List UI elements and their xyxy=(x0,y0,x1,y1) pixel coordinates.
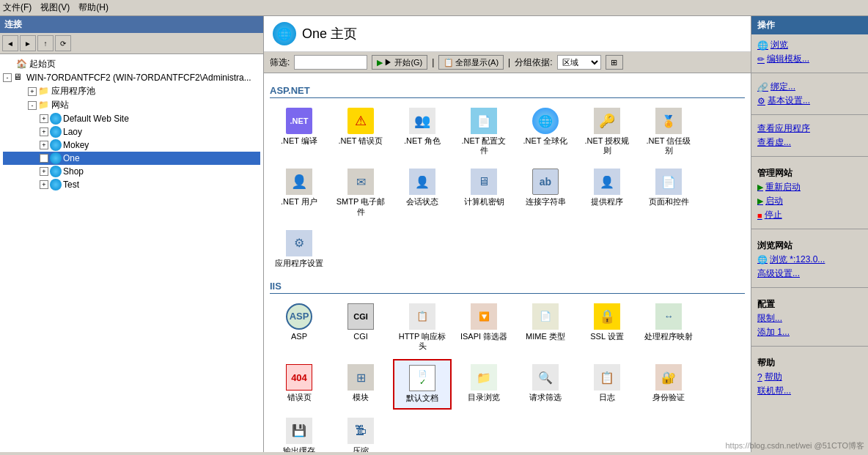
toolbar-fwd[interactable]: ► xyxy=(20,35,36,51)
expand-test[interactable]: + xyxy=(40,180,48,189)
link-edit-template[interactable]: ✏ 编辑模板... xyxy=(757,53,862,65)
menu-file[interactable]: 文件(F) xyxy=(3,1,32,14)
icon-authent[interactable]: 🔐 身份验证 xyxy=(639,359,698,409)
link-online[interactable]: 联机帮... xyxy=(757,385,862,397)
link-advanced[interactable]: 高级设置... xyxy=(757,267,862,280)
icon-net-error[interactable]: ⚠ .NET 错误页 xyxy=(331,103,390,160)
toolbar-up[interactable]: ↑ xyxy=(37,35,54,51)
link-stop[interactable]: ■ 停止 xyxy=(757,209,862,221)
icon-net-compile[interactable]: .NET .NET 编译 xyxy=(270,103,328,160)
link-view-app[interactable]: 查看应用程序 xyxy=(757,122,862,135)
toolbar-back[interactable]: ◄ xyxy=(2,35,18,51)
icon-smtp[interactable]: ✉ SMTP 电子邮件 xyxy=(331,163,390,221)
link-restart[interactable]: ▶ 重新启动 xyxy=(757,181,862,193)
expand-default[interactable]: + xyxy=(40,114,48,123)
expand-sites[interactable]: - xyxy=(28,101,37,110)
tree-item-test[interactable]: + Test xyxy=(3,178,260,191)
pages-label: 页面和控件 xyxy=(649,197,689,207)
expand-one[interactable]: - xyxy=(40,154,48,163)
icon-machkey[interactable]: 🖥 计算机密钥 xyxy=(455,163,513,221)
net-role-label: .NET 角色 xyxy=(404,136,441,146)
link-start[interactable]: ▶ 启动 xyxy=(757,195,862,207)
expand-shop[interactable]: + xyxy=(40,167,48,176)
menu-view[interactable]: 视图(V) xyxy=(40,1,70,14)
outbuf-icon: 💾 xyxy=(286,418,312,444)
icon-net-config[interactable]: 📄 .NET 配置文件 xyxy=(455,103,513,160)
icon-connstr[interactable]: ab 连接字符串 xyxy=(516,163,575,221)
icon-net-user[interactable]: 👤 .NET 用户 xyxy=(270,163,328,221)
filter-label-item: 请求筛选 xyxy=(529,393,562,402)
filter-label: 筛选: xyxy=(270,56,290,69)
appset-label: 应用程序设置 xyxy=(275,259,323,268)
icon-cgi[interactable]: CGI CGI xyxy=(331,298,390,356)
auth-icon: 🔑 xyxy=(594,108,620,134)
filter-input[interactable] xyxy=(294,55,367,70)
tree-item-laoy[interactable]: + Laoy xyxy=(3,125,260,138)
expand-apppool[interactable]: + xyxy=(28,87,37,96)
right-browse-site-section: 浏览网站 🌐 浏览 *:123.0... 高级设置... xyxy=(751,232,868,284)
tree-item-one[interactable]: - One xyxy=(3,152,260,165)
icon-net-cert[interactable]: 🏅 .NET 信任级别 xyxy=(639,103,698,160)
link-basic[interactable]: ⚙ 基本设置... xyxy=(757,95,862,107)
icon-errpage[interactable]: 404 错误页 xyxy=(270,359,328,409)
tree-item-default[interactable]: + Default Web Site xyxy=(3,112,260,125)
icon-isapi[interactable]: 🔽 ISAPI 筛选器 xyxy=(455,298,513,356)
view-button[interactable]: ⊞ xyxy=(606,55,623,70)
tree-item-mokey[interactable]: + Mokey xyxy=(3,138,260,152)
tree-item-sites[interactable]: - 📁 网站 xyxy=(3,98,260,112)
server-icon: 🖥 xyxy=(13,72,25,84)
tree-item-apppool[interactable]: + 📁 应用程序池 xyxy=(3,84,260,98)
link-limit[interactable]: 限制... xyxy=(757,312,862,325)
basic-icon: ⚙ xyxy=(757,96,765,106)
config-icon: 📄 xyxy=(471,108,497,134)
icon-pages[interactable]: 📄 页面和控件 xyxy=(639,163,698,221)
tree-item-shop[interactable]: + Shop xyxy=(3,165,260,178)
globe-icon-mokey xyxy=(50,139,62,151)
icon-session[interactable]: 👤 会话状态 xyxy=(393,163,452,221)
expand-server[interactable]: - xyxy=(3,73,12,82)
toolbar-refresh[interactable]: ⟳ xyxy=(55,35,71,51)
help-title: 帮助 xyxy=(757,357,862,369)
icon-log[interactable]: 📋 日志 xyxy=(578,359,636,409)
link-help[interactable]: ? 帮助 xyxy=(757,371,862,383)
icon-defaultdoc[interactable]: 📄 ✓ 默认文档 xyxy=(393,359,452,409)
appset-icon: ⚙ xyxy=(286,230,312,256)
provider-icon: 👤 xyxy=(594,169,620,195)
tree-item-server[interactable]: - 🖥 WIN-7ORDANTFCF2 (WIN-7ORDANTFCF2\Adm… xyxy=(3,71,260,84)
groupby-select[interactable]: 区域 xyxy=(557,55,601,70)
icon-asp[interactable]: ASP ASP xyxy=(270,298,328,356)
role-icon: 👥 xyxy=(409,108,435,134)
link-bind[interactable]: 🔗 绑定... xyxy=(757,81,862,93)
link-browse-url[interactable]: 🌐 浏览 *:123.0... xyxy=(757,254,862,266)
link-add[interactable]: 添加 1... xyxy=(757,326,862,339)
icon-handler[interactable]: ↔ 处理程序映射 xyxy=(639,298,698,356)
icon-filter[interactable]: 🔍 请求筛选 xyxy=(516,359,575,409)
menu-help[interactable]: 帮助(H) xyxy=(78,1,108,14)
icon-http[interactable]: 📋 HTTP 响应标头 xyxy=(393,298,452,356)
cgi-label: CGI xyxy=(353,332,368,341)
link-browse[interactable]: 🌐 浏览 xyxy=(757,39,862,51)
expand-laoy[interactable]: + xyxy=(40,127,48,136)
globe-icon-default xyxy=(50,113,62,125)
icon-net-auth[interactable]: 🔑 .NET 授权规则 xyxy=(578,103,636,160)
icon-dirbrowse[interactable]: 📁 目录浏览 xyxy=(455,359,513,409)
showall-button[interactable]: 📋 全部显示(A) xyxy=(438,55,504,70)
handler-icon: ↔ xyxy=(655,303,682,330)
main-content: 🌐 One 主页 筛选: ▶ ▶ 开始(G) | 📋 全部显示(A) | 分组依… xyxy=(264,16,751,452)
icon-compress[interactable]: 🗜 压缩 xyxy=(331,413,390,453)
link-view-dir[interactable]: 查看虚... xyxy=(757,136,862,149)
icon-net-role[interactable]: 👥 .NET 角色 xyxy=(393,103,452,160)
expand-mokey[interactable]: + xyxy=(40,141,48,149)
icon-provider[interactable]: 👤 提供程序 xyxy=(578,163,636,221)
cgi-icon: CGI xyxy=(347,303,374,330)
icon-outbuf[interactable]: 💾 输出缓存 xyxy=(270,413,328,453)
right-panel-header: 操作 xyxy=(751,16,868,34)
net-compile-label: .NET 编译 xyxy=(281,136,317,146)
start-button[interactable]: ▶ ▶ 开始(G) xyxy=(372,55,427,70)
icon-net-global[interactable]: 🌐 .NET 全球化 xyxy=(516,103,575,160)
icon-appset[interactable]: ⚙ 应用程序设置 xyxy=(270,225,328,273)
icon-module[interactable]: ⊞ 模块 xyxy=(331,359,390,409)
icon-mime[interactable]: 📄 MIME 类型 xyxy=(516,298,575,356)
icon-ssl[interactable]: 🔒 SSL 设置 xyxy=(578,298,636,356)
tree-item-start[interactable]: 🏠 起始页 xyxy=(3,57,260,71)
